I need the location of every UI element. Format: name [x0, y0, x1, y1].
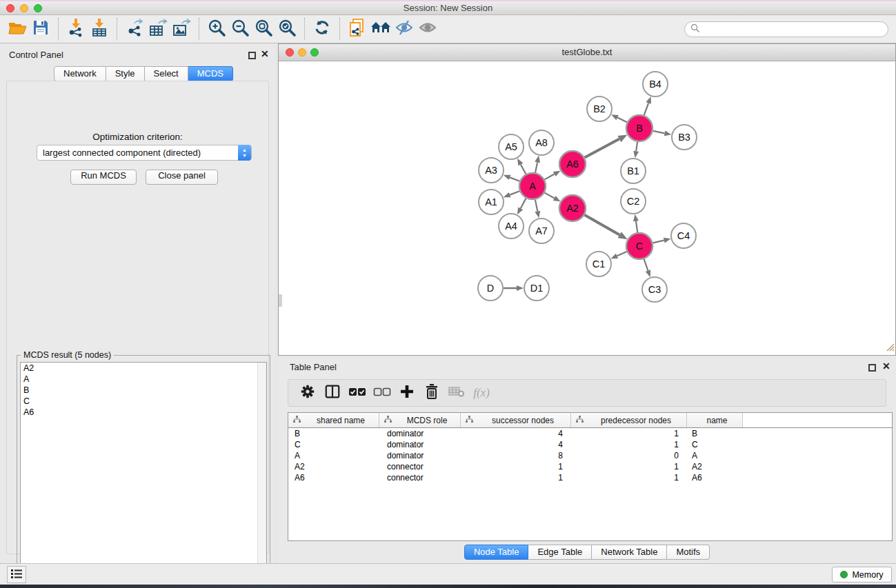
export-image-button[interactable] [170, 17, 193, 41]
table-cell[interactable]: B [687, 429, 743, 438]
table-row[interactable]: Adominator80A [288, 450, 892, 461]
table-cell[interactable]: 1 [571, 462, 687, 472]
import-network-button[interactable] [64, 17, 88, 41]
close-window-button[interactable] [6, 4, 14, 12]
close-panel-button[interactable]: Close panel [146, 170, 218, 185]
node-A[interactable]: A [519, 173, 546, 199]
table-row[interactable]: A2connector11A2 [288, 461, 892, 472]
result-item[interactable]: A2 [21, 363, 266, 374]
table-cell[interactable]: C [288, 440, 379, 449]
node-A6[interactable]: A6 [559, 151, 586, 177]
edge-A6-B[interactable] [585, 134, 628, 157]
node-B4[interactable]: B4 [643, 72, 668, 97]
edge-A2-C[interactable] [584, 215, 627, 239]
column-header-predecessor-nodes[interactable]: predecessor nodes [571, 413, 687, 427]
add-column-button[interactable] [395, 381, 419, 405]
node-C2[interactable]: C2 [621, 189, 646, 214]
edge-B-B4[interactable] [644, 97, 651, 115]
table-cell[interactable]: 0 [571, 451, 687, 460]
node-A7[interactable]: A7 [529, 219, 554, 243]
node-A8[interactable]: A8 [529, 130, 554, 155]
zoom-window-button[interactable] [310, 48, 319, 57]
node-A5[interactable]: A5 [499, 134, 524, 159]
close-panel-icon[interactable]: ✕ [882, 361, 890, 372]
tab-network-table[interactable]: Network Table [592, 545, 667, 560]
node-B[interactable]: B [626, 115, 653, 141]
tab-mcds[interactable]: MCDS [188, 66, 233, 81]
table-cell[interactable]: B [288, 429, 379, 438]
table-cell[interactable]: dominator [379, 429, 461, 438]
column-header-name[interactable]: name [687, 413, 743, 427]
network-vertical-scroll-thumb[interactable] [279, 294, 282, 307]
table-cell[interactable]: A6 [687, 473, 743, 483]
show-panels-button[interactable] [416, 17, 439, 41]
result-scrollbar[interactable] [257, 363, 266, 585]
export-network-button[interactable] [123, 17, 146, 41]
table-cell[interactable]: A2 [687, 462, 743, 472]
node-C4[interactable]: C4 [671, 223, 696, 248]
edge-A-A6[interactable] [545, 171, 561, 180]
edge-B-B1[interactable] [633, 142, 639, 158]
column-header-mcds-role[interactable]: MCDS role [379, 413, 461, 427]
edge-A-A2[interactable] [545, 193, 561, 202]
table-row[interactable]: Cdominator41C [288, 439, 892, 450]
edge-C-C4[interactable] [653, 238, 670, 243]
edge-C-C1[interactable] [610, 252, 626, 258]
edge-C-C3[interactable] [644, 259, 651, 277]
task-history-button[interactable] [7, 566, 26, 583]
result-item[interactable]: C [21, 396, 266, 407]
tab-style[interactable]: Style [106, 66, 145, 81]
edge-A-A4[interactable] [517, 199, 526, 215]
node-A3[interactable]: A3 [479, 158, 504, 183]
table-row[interactable]: Bdominator41B [288, 428, 892, 439]
criterion-dropdown[interactable]: largest connected component (directed) ▲… [37, 145, 252, 161]
table-cell[interactable]: 1 [461, 473, 571, 483]
table-cell[interactable]: dominator [379, 451, 461, 460]
node-C1[interactable]: C1 [586, 252, 611, 276]
node-B2[interactable]: B2 [587, 97, 612, 121]
table-cell[interactable]: 1 [461, 462, 571, 472]
node-B1[interactable]: B1 [621, 159, 646, 183]
node-A2[interactable]: A2 [559, 195, 586, 221]
export-table-button[interactable] [146, 17, 170, 41]
search-input[interactable] [700, 23, 888, 36]
edge-A-A3[interactable] [504, 175, 520, 181]
node-A1[interactable]: A1 [479, 190, 504, 214]
minimize-window-button[interactable] [20, 4, 28, 12]
table-cell[interactable]: connector [379, 462, 461, 472]
open-session-button[interactable] [6, 17, 29, 41]
network-overview-button[interactable] [346, 17, 369, 41]
result-item[interactable]: B [21, 385, 266, 396]
minimize-window-button[interactable] [298, 48, 306, 57]
hide-panels-button[interactable] [392, 17, 416, 41]
import-table-button[interactable] [88, 17, 111, 41]
table-cell[interactable]: 1 [571, 429, 687, 438]
edge-C-C2[interactable] [633, 214, 639, 232]
zoom-out-button[interactable] [228, 17, 252, 41]
zoom-fit-button[interactable] [252, 17, 275, 41]
edge-A-A8[interactable] [535, 156, 540, 173]
tab-edge-table[interactable]: Edge Table [528, 545, 592, 560]
edge-D-D1[interactable] [504, 285, 524, 291]
column-header-successor-nodes[interactable]: successor nodes [461, 413, 571, 427]
column-header-shared-name[interactable]: shared name [288, 413, 379, 427]
show-columns-button[interactable] [320, 381, 345, 405]
zoom-window-button[interactable] [34, 4, 42, 12]
zoom-selected-button[interactable] [275, 17, 299, 41]
refresh-button[interactable] [310, 17, 334, 41]
zoom-in-button[interactable] [205, 17, 228, 41]
node-B3[interactable]: B3 [672, 125, 697, 150]
result-item[interactable]: A6 [21, 407, 266, 418]
table-cell[interactable]: 4 [461, 440, 571, 449]
edge-B-B3[interactable] [653, 130, 672, 136]
deselect-all-button[interactable] [370, 381, 395, 405]
table-row[interactable]: A6connector11A6 [288, 472, 892, 483]
run-mcds-button[interactable]: Run MCDS [70, 170, 137, 185]
node-A4[interactable]: A4 [499, 214, 524, 239]
window-resize-grip[interactable] [885, 342, 895, 354]
save-session-button[interactable] [29, 17, 52, 41]
delete-columns-button[interactable] [419, 381, 444, 405]
table-settings-button[interactable] [295, 381, 320, 405]
tab-node-table[interactable]: Node Table [464, 545, 529, 560]
close-window-button[interactable] [286, 48, 294, 57]
